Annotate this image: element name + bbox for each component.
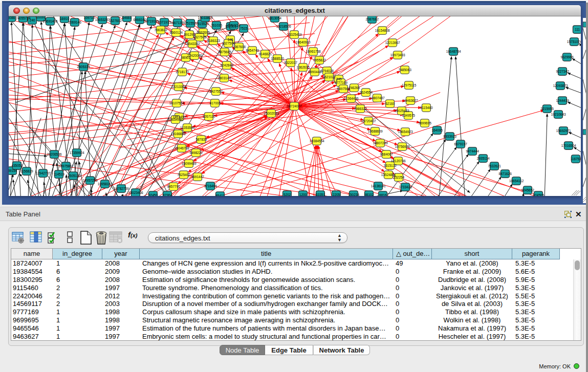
svg-text:87964: 87964 [163,193,172,196]
svg-text:19218506: 19218506 [276,25,291,28]
svg-text:8322037: 8322037 [285,61,298,64]
svg-text:16543362: 16543362 [185,42,200,46]
svg-text:16099489: 16099489 [182,162,197,165]
svg-text:98901: 98901 [181,56,190,59]
svg-text:8471626: 8471626 [499,172,512,176]
svg-text:8813054: 8813054 [269,16,282,20]
svg-text:16910: 16910 [60,17,69,20]
svg-text:16961758: 16961758 [306,50,321,53]
svg-text:1200: 1200 [299,193,307,196]
svg-text:7515526: 7515526 [196,22,209,26]
svg-text:240: 240 [30,18,35,22]
svg-text:116753: 116753 [571,157,581,161]
svg-text:12093873: 12093873 [553,84,568,87]
svg-text:20691406: 20691406 [43,19,58,23]
svg-text:16671355: 16671355 [170,21,185,25]
svg-text:9777169: 9777169 [335,81,348,84]
svg-text:7625402: 7625402 [178,173,191,177]
svg-text:9242848: 9242848 [221,63,234,67]
svg-text:164095: 164095 [431,128,443,132]
svg-text:2205: 2205 [333,193,340,196]
svg-text:15751074: 15751074 [567,40,581,43]
svg-text:92450: 92450 [148,193,158,196]
svg-text:15692971: 15692971 [556,129,571,133]
svg-text:10756928: 10756928 [395,145,410,148]
svg-text:9146821: 9146821 [259,52,272,56]
svg-text:8086: 8086 [9,16,15,19]
svg-text:1621022: 1621022 [323,75,336,79]
svg-text:3267110: 3267110 [203,115,215,118]
svg-text:111: 111 [575,28,580,31]
svg-text:10654986: 10654986 [168,118,183,121]
svg-text:16033809: 16033809 [198,16,213,19]
svg-text:8186323: 8186323 [207,39,221,42]
svg-text:587833: 587833 [195,138,207,141]
svg-text:2803144: 2803144 [218,76,231,80]
svg-text:10688609: 10688609 [368,129,383,133]
svg-text:12213967: 12213967 [385,41,400,45]
svg-text:1733426: 1733426 [399,185,412,189]
svg-text:17957255: 17957255 [83,179,98,182]
svg-text:19384554: 19384554 [310,139,324,143]
svg-text:9699695: 9699695 [419,121,432,125]
svg-text:1588520: 1588520 [271,57,285,60]
svg-text:16107554: 16107554 [169,101,184,105]
svg-text:64661: 64661 [122,16,132,19]
svg-text:2367608: 2367608 [233,45,246,49]
svg-text:751552: 751552 [185,21,196,25]
svg-text:18640910: 18640910 [296,40,311,44]
svg-text:9327505: 9327505 [193,35,207,39]
svg-text:7986322: 7986322 [354,107,367,111]
svg-text:15023466: 15023466 [128,191,143,194]
svg-text:109715: 109715 [83,16,95,19]
svg-text:9227342: 9227342 [556,70,570,73]
svg-text:7955822: 7955822 [313,58,326,62]
svg-text:63351: 63351 [316,193,325,196]
svg-text:14136141: 14136141 [371,184,386,188]
svg-text:10210643: 10210643 [551,113,566,116]
svg-text:7663822: 7663822 [155,28,168,32]
svg-text:1615132: 1615132 [384,164,397,167]
svg-text:16046788: 16046788 [175,146,189,150]
svg-text:435051: 435051 [11,164,23,167]
svg-text:5322605: 5322605 [197,31,210,34]
svg-text:9327508: 9327508 [222,41,235,45]
svg-text:20091: 20091 [36,16,46,19]
svg-text:8816: 8816 [379,193,387,196]
svg-text:12942737: 12942737 [36,171,51,175]
svg-text:9457791: 9457791 [167,185,181,188]
svg-text:10025433: 10025433 [395,109,409,113]
svg-text:5202: 5202 [284,193,291,196]
svg-text:19654923: 19654923 [398,130,413,134]
svg-text:1691447: 1691447 [191,175,205,179]
svg-text:11353594: 11353594 [180,126,195,129]
svg-text:10958107: 10958107 [98,182,113,186]
svg-text:1362615: 1362615 [297,65,310,69]
svg-text:8933923: 8933923 [444,135,457,138]
svg-text:16648784: 16648784 [446,50,461,53]
svg-text:746266: 746266 [349,86,360,90]
svg-text:6497568: 6497568 [337,87,351,91]
svg-text:62160: 62160 [385,102,395,105]
svg-text:19463627: 19463627 [403,99,418,102]
svg-text:10975867: 10975867 [59,164,74,168]
svg-text:19166825: 19166825 [171,132,186,136]
svg-text:7957224: 7957224 [228,24,241,27]
svg-text:7515: 7515 [240,27,248,30]
svg-text:1156829: 1156829 [20,169,33,173]
svg-text:20206536: 20206536 [47,152,62,156]
svg-text:12975115: 12975115 [402,83,417,87]
svg-text:8454749: 8454749 [246,49,259,52]
svg-text:1071915: 1071915 [158,20,171,24]
svg-text:1527602: 1527602 [109,19,122,23]
svg-text:16782759: 16782759 [114,187,129,190]
svg-text:9684067: 9684067 [380,152,394,156]
svg-text:1349575: 1349575 [402,114,416,117]
svg-text:3624554: 3624554 [360,91,373,94]
svg-text:21364436: 21364436 [344,97,359,100]
svg-text:3716465: 3716465 [204,184,217,188]
svg-text:2805334: 2805334 [77,65,91,69]
svg-text:85411: 85411 [215,194,225,196]
svg-text:8660124: 8660124 [170,31,183,34]
svg-text:2087682: 2087682 [366,17,379,21]
